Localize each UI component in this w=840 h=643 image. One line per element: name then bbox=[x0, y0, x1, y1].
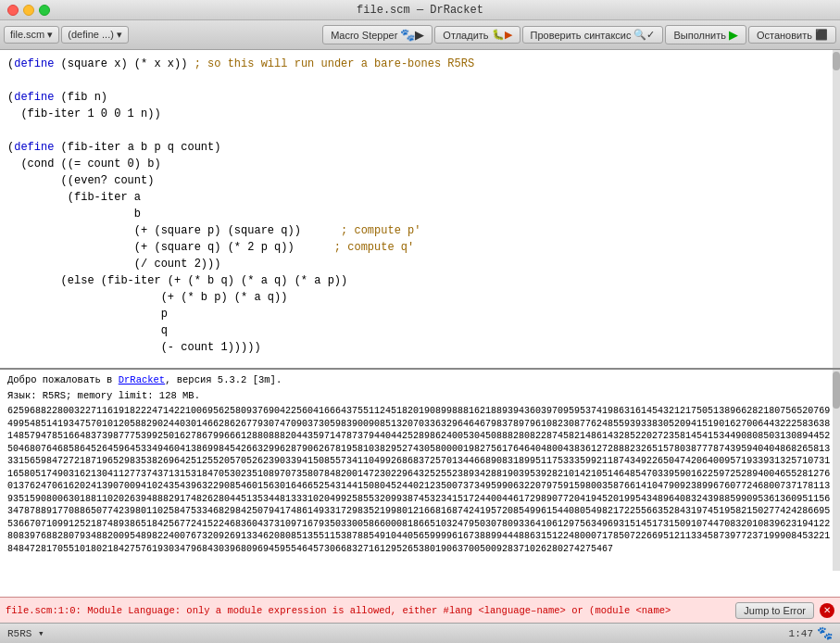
tools-section: Macro Stepper 🐾▶ Отладить 🐛▶ Проверить с… bbox=[322, 25, 836, 44]
editor-content: (define (square x) (* x x)) ; so this wi… bbox=[0, 50, 840, 370]
stop-label: Остановить bbox=[757, 30, 812, 41]
language-selector[interactable]: R5RS ▾ bbox=[7, 627, 44, 639]
macro-stepper-button[interactable]: Macro Stepper 🐾▶ bbox=[322, 25, 433, 44]
drracket-link[interactable]: DrRacket bbox=[119, 374, 165, 385]
code-line: (fib-iter a bbox=[7, 189, 833, 206]
debug-icon: 🐛▶ bbox=[492, 29, 512, 41]
repl-content: Добро пожаловать в DrRacket, версия 5.3.… bbox=[0, 370, 840, 571]
code-line: (define (square x) (* x x)) ; so this wi… bbox=[7, 56, 833, 72]
title-bar: file.scm — DrRacket bbox=[0, 0, 840, 20]
code-line: (define (fib-iter a b p q count) bbox=[7, 139, 833, 156]
code-line: (+ (square p) (square q)) ; compute p' bbox=[7, 222, 833, 239]
repl-scrollbar-thumb bbox=[833, 372, 840, 409]
code-line: q bbox=[7, 322, 833, 339]
code-line bbox=[7, 122, 833, 139]
close-button[interactable] bbox=[7, 5, 19, 16]
code-line: (+ (square q) (* 2 p q)) ; compute q' bbox=[7, 239, 833, 256]
define-button[interactable]: (define ...) ▾ bbox=[61, 26, 129, 44]
macro-stepper-label: Macro Stepper bbox=[331, 30, 397, 41]
code-line: (+ (* b p) (* a q)) bbox=[7, 289, 833, 306]
maximize-button[interactable] bbox=[39, 5, 50, 16]
main-area: (define (square x) (* x x)) ; so this wi… bbox=[0, 50, 840, 643]
debug-label: Отладить bbox=[443, 30, 488, 41]
code-line: ((even? count) bbox=[7, 172, 833, 189]
stop-icon: ⬛ bbox=[815, 29, 828, 41]
debug-button[interactable]: Отладить 🐛▶ bbox=[434, 26, 520, 44]
toolbar: file.scm ▾ (define ...) ▾ Macro Stepper … bbox=[0, 20, 840, 50]
file-section: file.scm ▾ (define ...) ▾ bbox=[4, 26, 129, 44]
code-line: (else (fib-iter (+ (* b q) (* a q) (* a … bbox=[7, 272, 833, 289]
jump-to-error-button[interactable]: Jump to Error bbox=[735, 602, 814, 619]
repl-welcome: Добро пожаловать в DrRacket, версия 5.3.… bbox=[7, 373, 833, 387]
status-bar: R5RS ▾ 1:47 🐾 bbox=[0, 623, 840, 643]
error-text: file.scm:1:0: Module Language: only a mo… bbox=[6, 605, 730, 616]
editor-scrollbar[interactable] bbox=[833, 50, 840, 368]
code-line: b bbox=[7, 206, 833, 222]
editor-scrollbar-thumb bbox=[833, 52, 840, 70]
file-button[interactable]: file.scm ▾ bbox=[4, 26, 59, 44]
check-syntax-icon: 🔍✓ bbox=[633, 29, 655, 41]
code-line bbox=[7, 72, 833, 89]
code-line: (/ count 2))) bbox=[7, 256, 833, 272]
minimize-button[interactable] bbox=[23, 5, 34, 16]
run-icon: ▶ bbox=[729, 28, 738, 42]
check-syntax-button[interactable]: Проверить синтаксис 🔍✓ bbox=[522, 26, 664, 44]
line-col-indicator: 1:47 bbox=[789, 628, 813, 639]
repl-version: , версия 5.3.2 [3m]. bbox=[165, 374, 282, 385]
repl-scrollbar[interactable] bbox=[833, 370, 840, 571]
stop-button[interactable]: Остановить ⬛ bbox=[748, 26, 836, 44]
code-line: (fib-iter 1 0 0 1 n)) bbox=[7, 106, 833, 122]
window-title: file.scm — DrRacket bbox=[357, 4, 483, 17]
code-line: (define (fib n) bbox=[7, 89, 833, 106]
run-button[interactable]: Выполнить ▶ bbox=[665, 25, 746, 44]
repl-lang: Язык: R5RS; memory limit: 128 MB. bbox=[7, 389, 833, 403]
code-line: (- count 1))))) bbox=[7, 339, 833, 356]
code-line: p bbox=[7, 306, 833, 322]
check-syntax-label: Проверить синтаксис bbox=[531, 30, 632, 41]
run-label: Выполнить bbox=[673, 30, 725, 41]
repl-welcome-text: Добро пожаловать в bbox=[7, 374, 112, 385]
stepper-status-icon: 🐾 bbox=[817, 625, 833, 641]
code-line bbox=[7, 356, 833, 370]
repl-output: 6259688228003227116191822247142210069562… bbox=[7, 405, 833, 555]
repl-pane[interactable]: Добро пожаловать в DrRacket, версия 5.3.… bbox=[0, 370, 840, 597]
error-bar: file.scm:1:0: Module Language: only a mo… bbox=[0, 597, 840, 623]
window-controls bbox=[7, 5, 50, 16]
error-close-button[interactable]: ✕ bbox=[820, 603, 834, 618]
code-line: (cond ((= count 0) b) bbox=[7, 156, 833, 172]
editor-pane[interactable]: (define (square x) (* x x)) ; so this wi… bbox=[0, 50, 840, 370]
macro-stepper-icon: 🐾▶ bbox=[400, 28, 424, 42]
